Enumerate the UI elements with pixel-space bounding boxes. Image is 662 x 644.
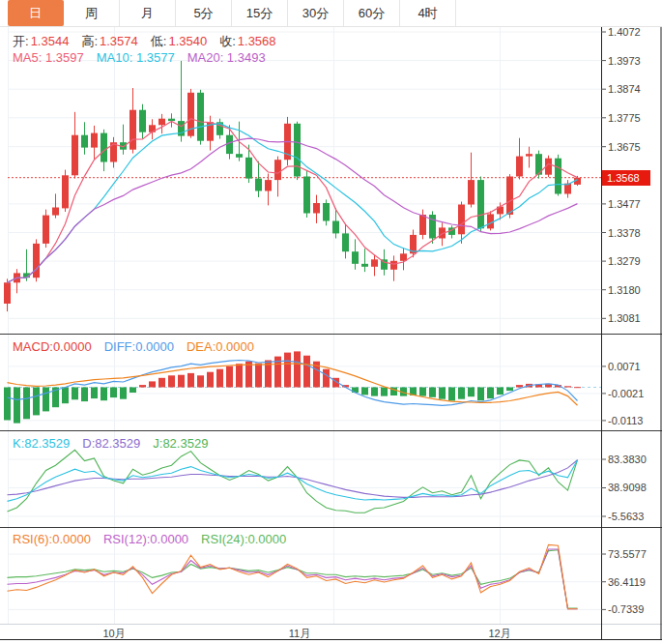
price-axis-tick: 1.4072 <box>608 26 641 39</box>
rsi24-value: RSI(24):0.0000 <box>201 532 286 546</box>
ohlc-row: 开:1.3544高:1.3574低:1.3540收:1.3568 <box>13 33 289 50</box>
price-axis-tick: 1.3477 <box>608 198 641 211</box>
kdj-axis-tick: 38.9098 <box>608 482 647 494</box>
x-axis-label-nov: 11月 <box>278 627 321 641</box>
chart-canvas[interactable] <box>0 0 662 644</box>
rsi12-value: RSI(12):0.0000 <box>103 532 188 546</box>
trading-chart-app: 日 周 月 5分 15分 30分 60分 4时 开:1.3544高:1.3574… <box>0 0 662 644</box>
rsi6-value: RSI(6):0.0000 <box>13 532 91 546</box>
high-value: 1.3574 <box>100 34 138 48</box>
price-axis-tick: 1.3675 <box>608 141 641 154</box>
k-value: K:82.3529 <box>13 436 70 451</box>
price-axis-tick: 1.3180 <box>608 284 641 297</box>
rsi-row: RSI(6):0.0000RSI(12):0.0000RSI(24):0.000… <box>13 532 299 546</box>
rsi-axis-tick: -0.7339 <box>608 603 644 616</box>
macd-value: MACD:0.0000 <box>13 339 92 354</box>
ma-row: MA5: 1.3597MA10: 1.3577MA20: 1.3493 <box>13 50 278 65</box>
close-value: 1.3568 <box>238 34 276 48</box>
macd-axis-tick: -0.0113 <box>608 415 644 427</box>
price-axis-tick: 1.3081 <box>608 312 641 325</box>
price-axis-tick: 1.3973 <box>608 55 641 68</box>
ma20-value: MA20: 1.3493 <box>187 50 266 65</box>
open-label: 开: <box>13 34 29 48</box>
high-label: 高: <box>81 34 98 48</box>
kdj-axis-tick: 83.3830 <box>608 454 647 466</box>
ma5-value: MA5: 1.3597 <box>13 50 84 65</box>
close-label: 收: <box>219 34 236 48</box>
low-value: 1.3540 <box>168 34 207 48</box>
dea-value: DEA:0.0000 <box>187 339 254 354</box>
d-value: D:82.3529 <box>82 436 140 451</box>
x-axis-label-oct: 10月 <box>93 627 135 641</box>
rsi-axis-tick: 36.4119 <box>608 576 646 589</box>
open-value: 1.3544 <box>31 34 70 48</box>
current-price-badge: 1.3568 <box>602 170 650 186</box>
rsi-axis-tick: 73.5577 <box>608 548 647 561</box>
price-axis-tick: 1.3874 <box>608 83 641 96</box>
price-axis-tick: 1.3279 <box>608 255 641 268</box>
price-axis-tick: 1.3775 <box>608 112 641 125</box>
macd-axis-tick: -0.0021 <box>608 388 644 400</box>
x-axis-label-dec: 12月 <box>478 627 521 641</box>
j-value: J:82.3529 <box>153 436 208 451</box>
macd-axis-tick: 0.0071 <box>608 361 641 373</box>
price-axis-tick: 1.3378 <box>608 227 641 240</box>
kdj-row: K:82.3529D:82.3529J:82.3529 <box>13 436 220 451</box>
diff-value: DIFF:0.0000 <box>104 339 174 354</box>
ma10-value: MA10: 1.3577 <box>97 50 175 65</box>
macd-row: MACD:0.0000DIFF:0.0000DEA:0.0000 <box>13 339 267 354</box>
kdj-axis-tick: -5.5633 <box>608 511 644 523</box>
low-label: 低: <box>151 34 167 48</box>
